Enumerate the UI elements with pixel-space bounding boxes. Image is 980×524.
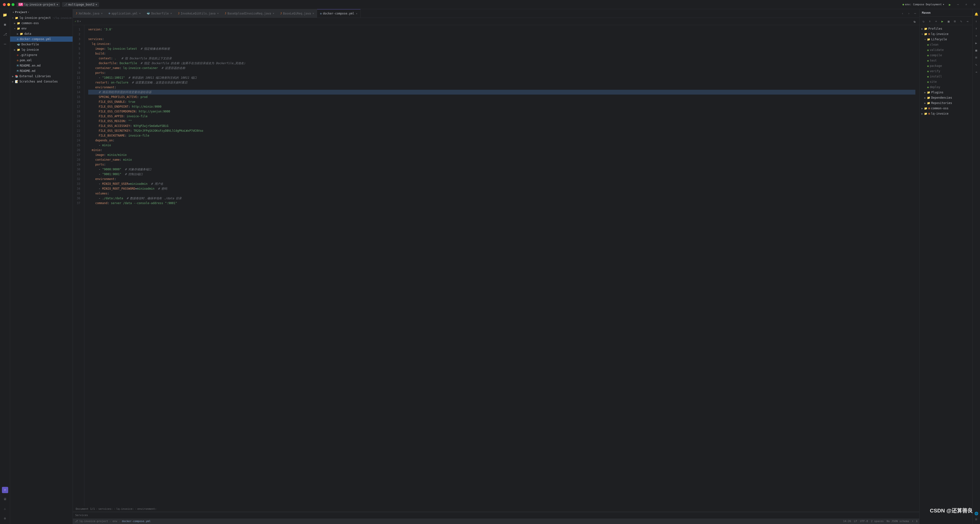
- activity-more[interactable]: ⋯: [1, 40, 9, 48]
- code-content[interactable]: version: '3.8' services: lq-invoice: ima…: [84, 25, 919, 506]
- tree-item-data[interactable]: ▶ 📁 data: [10, 31, 73, 37]
- toolbar-vert-6[interactable]: ⊞: [974, 54, 979, 60]
- maven-item-root[interactable]: ▾ 📁 m lq-invoice: [920, 31, 972, 37]
- plugin-icon[interactable]: ⚡: [2, 487, 8, 493]
- run-button[interactable]: ▶: [947, 2, 953, 7]
- maven-item-test[interactable]: ◉ test: [920, 58, 972, 63]
- maven-item-profiles[interactable]: ▶ 📁 Profiles: [920, 26, 972, 31]
- maximize-button[interactable]: [11, 3, 14, 6]
- maven-refresh-btn[interactable]: ↻: [921, 19, 926, 24]
- tab-base-upload[interactable]: J BaseUploadInvoiceReq.java ×: [222, 9, 277, 18]
- maven-item-verify[interactable]: ◉ verify: [920, 68, 972, 74]
- tab-close-icon[interactable]: ×: [312, 12, 314, 15]
- status-line-ending[interactable]: LF: [854, 520, 857, 523]
- tree-item-lq-invoice[interactable]: ▶ 📁 lq-invoice: [10, 47, 73, 53]
- status-encoding[interactable]: UTF-8: [860, 520, 868, 523]
- maven-more-btn[interactable]: ⊞: [952, 19, 958, 24]
- status-file: docker-compose.yml: [122, 520, 151, 523]
- branch-selector[interactable]: ⎇ multipage_boot2 ▾: [62, 2, 99, 7]
- tree-item-readme-en[interactable]: M README.en.md: [10, 63, 73, 68]
- tabs-bar: J XmlNode.java × ⚙ application.yml × 🐳 D…: [73, 9, 919, 18]
- maven-item-lifecycle[interactable]: ▾ 📁 Lifecycle: [920, 37, 972, 42]
- tab-close-icon[interactable]: ×: [356, 12, 357, 15]
- phase-icon: ◉: [927, 70, 929, 73]
- maven-item-validate[interactable]: ◉ validate: [920, 47, 972, 53]
- toolbar-vert-2[interactable]: ⬇: [974, 25, 979, 31]
- tree-item-env[interactable]: ▾ 📁 env: [10, 26, 73, 31]
- maven-item-repos[interactable]: ▶ 📁 Repositories: [920, 100, 972, 106]
- tab-close-icon[interactable]: ×: [217, 12, 219, 15]
- toolbar-vert-7[interactable]: ✎: [974, 62, 979, 68]
- tab-xmlnode[interactable]: J XmlNode.java ×: [73, 9, 106, 18]
- maven-run-btn[interactable]: ▶: [940, 19, 945, 24]
- tree-item-scratches[interactable]: ▶ 📝 Scratches and Consoles: [10, 79, 73, 84]
- minimize-button[interactable]: [7, 3, 10, 6]
- activity-settings2[interactable]: ⚙: [1, 514, 9, 522]
- tree-item-gitignore[interactable]: ⊘ .gitignore: [10, 53, 73, 58]
- tab-close-icon[interactable]: ×: [101, 12, 102, 15]
- tree-item-ext-libs[interactable]: ▶ 📚 External Libraries: [10, 73, 73, 79]
- activity-alert[interactable]: ⚠: [1, 505, 9, 513]
- notification-icon[interactable]: 🔔: [974, 11, 979, 17]
- status-schema[interactable]: No JSON schema: [887, 520, 909, 523]
- tab-invoke-leqi[interactable]: J InvokeLeQiUtils.java ×: [175, 9, 222, 18]
- maven-expand-btn[interactable]: ⇥: [965, 19, 970, 24]
- activity-device[interactable]: 🖥: [1, 495, 9, 503]
- window-controls[interactable]: [3, 3, 14, 6]
- env-badge[interactable]: ● env: Compose Deployment ▾: [902, 3, 944, 6]
- tab-close-icon[interactable]: ×: [273, 12, 274, 15]
- status-position[interactable]: 14:26: [843, 520, 851, 523]
- maven-item-compile[interactable]: ◉ compile: [920, 53, 972, 58]
- close-button[interactable]: [3, 3, 6, 6]
- refresh-btn[interactable]: ↻: [912, 19, 917, 24]
- tab-close-icon[interactable]: ×: [170, 12, 172, 15]
- tab-close-icon[interactable]: ×: [139, 12, 141, 15]
- tree-item-readme[interactable]: M README.md: [10, 68, 73, 73]
- maven-item-deploy[interactable]: ◉ deploy: [920, 84, 972, 90]
- maven-item-install[interactable]: ◉ install: [920, 74, 972, 79]
- maven-item-lq-invoice-2[interactable]: ▶ 📁 m lq-invoice: [920, 111, 972, 116]
- toolbar-vert-table[interactable]: ⊟: [974, 516, 979, 522]
- maven-item-common-oss[interactable]: ▶ 📁 m common-oss: [920, 106, 972, 111]
- toolbar-vert-3[interactable]: +: [974, 33, 979, 38]
- tree-item-root[interactable]: ▾ 📁 lq-invoice-project ~/lq-invoice-proj…: [10, 15, 73, 21]
- activity-folder[interactable]: 📁: [1, 11, 9, 19]
- settings-button[interactable]: ⚙: [972, 2, 977, 7]
- tree-item-pom[interactable]: m pom.xml: [10, 58, 73, 63]
- maven-item-deps[interactable]: ▶ 📁 Dependencies: [920, 95, 972, 100]
- maven-stop-btn[interactable]: ■: [946, 19, 951, 24]
- more-button[interactable]: ⋯: [955, 2, 961, 7]
- tree-item-docker-compose[interactable]: ⚙ docker-compose.yml: [10, 37, 73, 42]
- status-upload-icon[interactable]: ⬆: [912, 520, 913, 523]
- maven-item-site[interactable]: ◉ site: [920, 79, 972, 84]
- tab-scroll-right[interactable]: ›: [906, 11, 912, 16]
- search-button[interactable]: ⌕: [964, 2, 969, 7]
- toolbar-vert-5[interactable]: ■: [974, 47, 979, 53]
- phase-icon: ◉: [927, 86, 929, 89]
- maven-download-btn[interactable]: ⬇: [927, 19, 932, 24]
- tab-application-yml[interactable]: ⚙ application.yml ×: [106, 9, 144, 18]
- activity-structure[interactable]: ⊞: [1, 21, 9, 29]
- tree-item-dockerfile[interactable]: 🐳 Dockerfile: [10, 42, 73, 47]
- tab-base-leqi[interactable]: J BaseLeQiReq.java ×: [277, 9, 317, 18]
- toolbar-vert-expand[interactable]: ⇥: [974, 69, 979, 75]
- maven-item-clean[interactable]: ◉ clean: [920, 42, 972, 47]
- tab-scroll-left[interactable]: ‹: [900, 11, 905, 16]
- tab-docker-compose[interactable]: ⚙ docker-compose.yml ×: [317, 9, 361, 18]
- maven-item-plugins[interactable]: ▶ 📁 Plugins: [920, 90, 972, 95]
- toolbar-vert-1[interactable]: ↑: [974, 18, 979, 24]
- toolbar-vert-globe[interactable]: 🌐: [974, 510, 979, 516]
- maven-edit-btn[interactable]: ✎: [959, 19, 964, 24]
- maven-item-package[interactable]: ◉ package: [920, 63, 972, 68]
- maven-add-btn[interactable]: +: [934, 19, 939, 24]
- project-selector[interactable]: LP lq-invoice-project ▾: [16, 2, 60, 7]
- toolbar-vert-4[interactable]: ▶: [974, 40, 979, 46]
- tree-item-common-oss[interactable]: ▶ 📁 common-oss: [10, 21, 73, 26]
- line-num-10: 10: [73, 70, 82, 75]
- activity-git[interactable]: ⎇: [1, 30, 9, 38]
- status-indent[interactable]: 2 spaces: [871, 520, 884, 523]
- tab-dockerfile[interactable]: 🐳 Dockerfile ×: [144, 9, 175, 18]
- tab-more[interactable]: ⋯: [913, 11, 918, 16]
- status-left: ⎇ lq-invoice-project › env › docker-comp…: [75, 520, 151, 523]
- status-info-icon[interactable]: ℹ: [916, 520, 917, 523]
